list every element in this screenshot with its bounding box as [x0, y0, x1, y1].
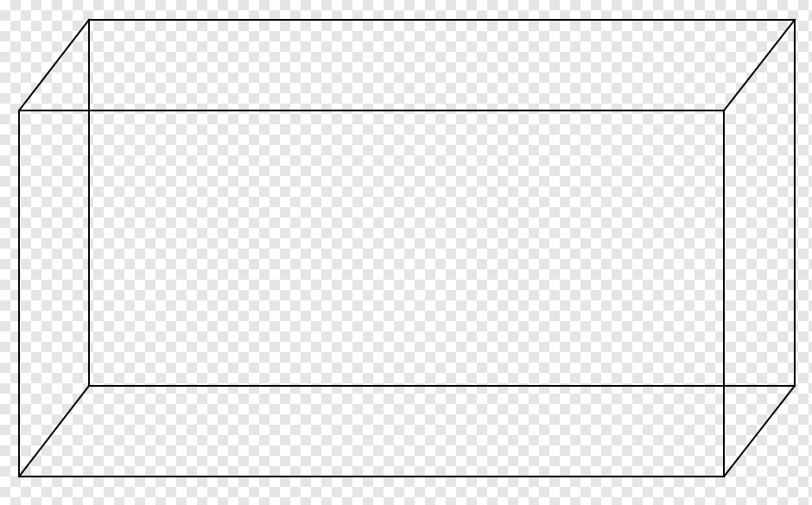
cuboid-wireframe-diagram	[0, 0, 812, 505]
edge-bottom-right	[724, 386, 795, 477]
edge-top-right	[724, 20, 795, 110]
cuboid-edges	[19, 20, 795, 477]
edge-bottom-left	[19, 386, 89, 477]
front-face	[19, 110, 724, 477]
back-face	[89, 20, 795, 386]
edge-top-left	[19, 20, 89, 110]
